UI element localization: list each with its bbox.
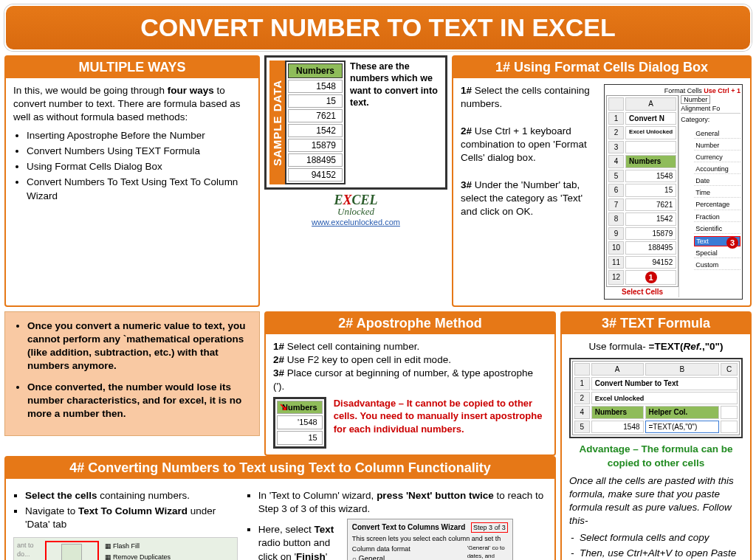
sample-cell: 15 — [288, 94, 343, 108]
panel-method-1: 1# Using Format Cells Dialog Box 1# Sele… — [452, 55, 752, 307]
list-item: Inserting Apostrophe Before the Number — [27, 129, 251, 142]
list-item: Then, use Ctrl+Alt+V to open Paste Speci… — [580, 547, 743, 560]
header-method-2: 2# Apostrophe Method — [266, 313, 554, 334]
header-method-4: 4# Converting Numbers to Text using Text… — [6, 457, 554, 479]
ways-list: Inserting Apostrophe Before the Number C… — [13, 129, 251, 203]
intro-bold: four ways — [168, 85, 214, 96]
header-method-1: 1# Using Format Cells Dialog Box — [453, 57, 750, 78]
logo: EXCEL Unlocked www.excelunlocked.com — [312, 193, 400, 227]
text-to-columns-icon — [61, 544, 82, 560]
panel-notes: Once you convert a numeric value to text… — [4, 311, 260, 437]
logo-url: www.excelunlocked.com — [312, 218, 400, 227]
ribbon-diagram: ant to do... Text to Columns ▦ Flash Fil… — [13, 537, 238, 560]
list-item: Convert Numbers Using TEXT Formula — [27, 145, 251, 158]
method1-steps: 1# Select the cells containing numbers. … — [461, 84, 599, 300]
panel-method-4: 4# Converting Numbers to Text using Text… — [4, 456, 556, 560]
sample-cell: 94152 — [288, 168, 343, 182]
logo-sub: Unlocked — [312, 206, 400, 218]
sample-cell: 188495 — [288, 153, 343, 167]
header-method-3: 3# TEXT Formula — [562, 313, 750, 334]
sample-cell: 1548 — [288, 80, 343, 93]
wizard-diagram: Convert Text to Columns WizardStep 3 of … — [347, 519, 513, 560]
panel-multiple-ways: MULTIPLE WAYS In this, we would be going… — [4, 55, 260, 307]
method1-diagram: Format Cells Use Ctrl + 1 A 1Convert N 2… — [604, 84, 743, 300]
advantage-text: Advantage – The formula can be copied to… — [569, 443, 743, 469]
sample-cell: 7621 — [288, 109, 343, 122]
row-1: MULTIPLE WAYS In this, we would be going… — [4, 55, 752, 307]
header-multiple-ways: MULTIPLE WAYS — [6, 57, 258, 78]
list-item: Select formula cells and copy — [580, 531, 743, 545]
panel-method-2: 2# Apostrophe Method 1# Select cell cont… — [264, 311, 556, 456]
category-list: General Number Currency Accounting Date … — [681, 129, 740, 271]
sample-caption: These are the numbers which we want to c… — [346, 61, 442, 184]
panel-sample: SAMPLE DATA Numbers 1548 15 7621 1542 15… — [264, 55, 447, 307]
intro-text: In this, we would be going through — [13, 85, 168, 96]
panel-method-3: 3# TEXT Formula Use formula- =TEXT(Ref.,… — [560, 311, 752, 560]
sample-cell: 1542 — [288, 124, 343, 137]
list-item: Using Format Cells Dialog Box — [27, 160, 251, 173]
list-item: Convert Numbers To Text Using Text To Co… — [27, 176, 251, 202]
select-cells-label: Select Cells — [606, 287, 678, 297]
sample-label: SAMPLE DATA — [269, 61, 285, 184]
sample-table: Numbers 1548 15 7621 1542 15879 188495 9… — [285, 61, 346, 184]
body-multiple-ways: In this, we would be going through four … — [6, 78, 258, 211]
disadvantage-text: Disadvantage – It cannot be copied to ot… — [334, 397, 547, 436]
note-1: Once you convert a numeric value to text… — [27, 320, 246, 372]
page-title: CONVERT NUMBER TO TEXT IN EXCEL — [4, 4, 752, 51]
note-2: Once converted, the number would lose it… — [27, 381, 241, 419]
sample-header: Numbers — [288, 63, 343, 78]
sample-cell: 15879 — [288, 139, 343, 152]
method3-note: Once all the cells are pasted with this … — [569, 474, 743, 528]
